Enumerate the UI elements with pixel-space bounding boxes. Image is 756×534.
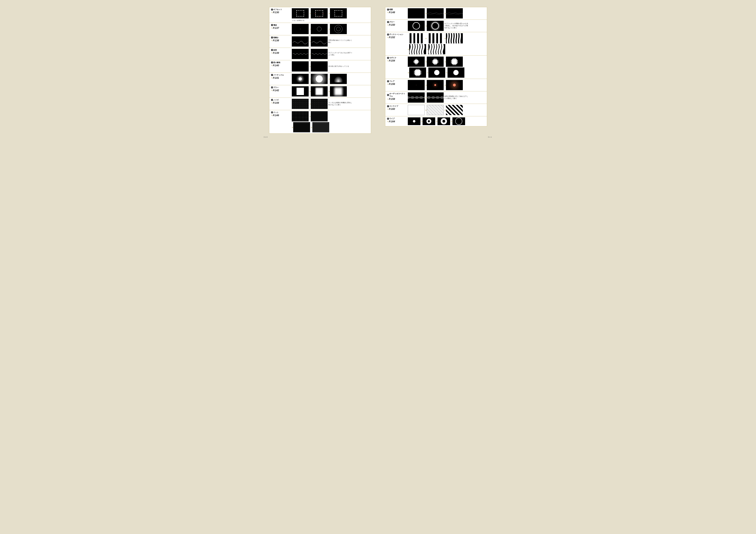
entry-page-ref: ↳P.138 xyxy=(271,39,290,42)
thumb-row: »手書き風の線がジリジリと細かく動く xyxy=(292,36,369,46)
entry-number-badge: 27 xyxy=(387,105,389,107)
thumb-row-extra: »»» xyxy=(408,67,485,78)
entry-title-text: ノイズ xyxy=(273,99,279,101)
thumbnail xyxy=(330,24,347,34)
thumbnail xyxy=(446,57,463,67)
thumb-row-extra: »» xyxy=(408,44,485,54)
chevron-icon: » xyxy=(427,48,428,51)
entry-title: 15波形 xyxy=(271,49,290,51)
thumbnail xyxy=(446,105,463,115)
thumb-row: »» xyxy=(292,24,369,34)
chevron-icon: » xyxy=(425,84,426,87)
thumb-row: »» xyxy=(292,74,369,84)
page-right: 21稲妻↳P.148»»22グロー↳P.150»オブジェクトの周囲が柔らかな光で… xyxy=(385,7,487,134)
entry-body: »ランダムな模様が有機的に変化し続けるように動く xyxy=(292,98,371,110)
thumbnail xyxy=(408,80,425,90)
thumbnail xyxy=(408,105,425,115)
entry-header: 16星の爆発↳P.140 xyxy=(269,60,292,68)
page-arrow-icon: ↳ xyxy=(271,77,272,79)
entry-header: 13電波↳P.137 xyxy=(269,23,292,30)
entry-header: 24モザイク↳P.154 xyxy=(385,56,408,63)
chevron-icon: » xyxy=(446,71,447,74)
entry-page-ref: ↳P.158 xyxy=(387,97,406,100)
thumbnail xyxy=(312,122,329,132)
thumbnail xyxy=(311,36,328,46)
entry-title-text: 電波 xyxy=(273,24,277,26)
thumbnail xyxy=(438,118,450,125)
entry: 26オーディオスペクトラム↳P.158»音声の周波数に応じて線が上下したり変化し… xyxy=(385,92,487,104)
thumbnail xyxy=(311,49,328,59)
entry-title: 20ドット xyxy=(271,111,290,114)
entry-body: »»»» xyxy=(408,32,487,55)
page-arrow-icon: ↳ xyxy=(271,89,272,91)
page-arrow-icon: ↳ xyxy=(387,98,389,100)
thumbnail xyxy=(422,118,435,125)
entry-title: 21稲妻 xyxy=(387,8,406,11)
page-arrow-icon: ↳ xyxy=(271,52,272,54)
chevron-icon: » xyxy=(445,109,445,111)
entry-title: 24モザイク xyxy=(387,57,406,59)
chevron-icon: » xyxy=(292,126,293,129)
entry-body: »» xyxy=(292,23,371,35)
entry-number-badge: 17 xyxy=(271,74,273,76)
entry-body: »» xyxy=(292,85,371,97)
entry: 24モザイク↳P.154»»»»» xyxy=(385,56,487,79)
entry: 15波形↳P.139»オブジェクトがうねうねと波打つよう歪む xyxy=(269,48,371,60)
entry-number-badge: 22 xyxy=(387,21,389,23)
thumb-row: »» xyxy=(292,86,369,96)
thumbnail xyxy=(409,44,426,54)
entry-body: »»» xyxy=(408,116,487,126)
thumbnail xyxy=(408,33,425,43)
entry-number-badge: 21 xyxy=(387,9,389,11)
thumbnail xyxy=(427,57,444,67)
entry-body: »音声の周波数に応じて線が上下したり変化して動く xyxy=(408,92,487,104)
entry-body: »» xyxy=(408,104,487,116)
entry-number-badge: 23 xyxy=(387,34,389,36)
chevron-icon: » xyxy=(310,115,310,118)
entry-page-ref: ↳P.141 xyxy=(271,76,290,79)
entry-header: 18ブラー↳P.142 xyxy=(269,85,292,93)
entry-title: 16星の爆発 xyxy=(271,61,290,64)
thumbnail xyxy=(428,67,445,78)
entry-page-ref: ↳P.139 xyxy=(271,51,290,54)
page-arrow-icon: ↳ xyxy=(387,120,389,122)
entry-header: 21稲妻↳P.148 xyxy=(385,7,408,15)
entry-header: 23ディストーション↳P.152 xyxy=(385,32,408,40)
chevron-icon: » xyxy=(328,28,329,30)
entry-title-text: フレア xyxy=(389,80,394,82)
entry-header: 15波形↳P.139 xyxy=(269,48,292,55)
entry-page-ref: ↳P.148 xyxy=(387,11,406,14)
chevron-icon: » xyxy=(328,77,329,80)
entry-body: »»»»» xyxy=(408,56,487,79)
thumb-row: »» xyxy=(408,105,485,115)
thumbnail xyxy=(292,8,309,18)
thumb-row: »音声の周波数に応じて線が上下したり変化して動く xyxy=(408,93,485,103)
entry-header: 20ドット↳P.146 xyxy=(269,110,292,118)
chevron-icon: » xyxy=(408,48,409,51)
entry-header: 17パーティクル↳P.141 xyxy=(269,73,292,80)
entry: 21稲妻↳P.148»» xyxy=(385,7,487,20)
entry-title-text: グロー xyxy=(389,21,394,23)
thumbnail xyxy=(428,44,445,54)
thumbnail xyxy=(292,61,309,71)
thumbnail xyxy=(408,57,425,67)
page-arrow-icon: ↳ xyxy=(387,83,389,85)
entry-page-ref: ↳P.150 xyxy=(387,23,406,26)
thumb-row: »↑↓←→» xyxy=(292,8,369,18)
entry: 18ブラー↳P.142»» xyxy=(269,85,371,98)
page-left: 12オフセット↳P.130»↑↓←→»ぐるぐる回転する13電波↳P.137»»1… xyxy=(269,7,371,134)
chevron-icon: » xyxy=(425,96,426,99)
caption: ランダムな模様が有機的に変化し続けるように動く xyxy=(328,102,353,106)
thumb-row: »»» xyxy=(408,118,485,125)
entry-page-ref: ↳P.164 xyxy=(387,120,406,123)
thumbnail xyxy=(311,74,328,84)
thumbnail xyxy=(446,33,463,43)
entry-number-badge: 16 xyxy=(271,62,273,64)
thumbnail xyxy=(427,33,444,43)
entry-title: 25フレア xyxy=(387,80,406,82)
thumbnail xyxy=(292,86,309,96)
thumb-row: »» xyxy=(408,80,485,90)
entry-page-ref: ↳P.160 xyxy=(387,108,406,110)
entry-page-ref: ↳P.154 xyxy=(387,59,406,62)
entry: 22グロー↳P.150»オブジェクトの周囲が柔らかな光で発光し、光の強さや広がり… xyxy=(385,20,487,32)
